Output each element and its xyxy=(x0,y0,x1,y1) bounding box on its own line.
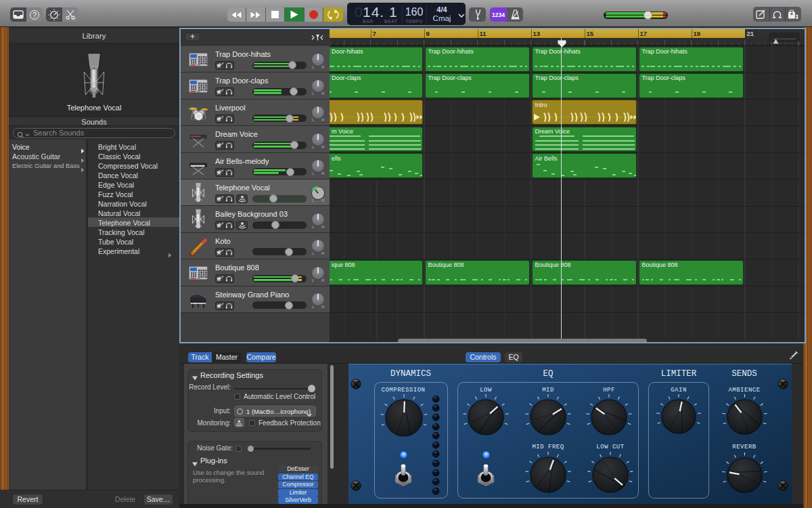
svg-text:L: L xyxy=(312,304,315,309)
svg-text:L: L xyxy=(312,117,315,122)
svg-text:L: L xyxy=(312,224,315,229)
svg-text:L: L xyxy=(312,171,315,175)
svg-text:L: L xyxy=(312,278,315,282)
svg-text:L: L xyxy=(312,198,315,203)
svg-text:L: L xyxy=(312,91,315,96)
svg-text:R: R xyxy=(321,117,325,122)
svg-text:R: R xyxy=(321,278,325,282)
svg-text:R: R xyxy=(321,171,325,175)
svg-text:L: L xyxy=(312,251,315,255)
svg-text:R: R xyxy=(321,198,325,203)
svg-text:R: R xyxy=(321,251,325,255)
svg-text:R: R xyxy=(321,144,325,149)
svg-text:R: R xyxy=(321,64,325,69)
svg-text:L: L xyxy=(312,64,315,69)
svg-text:L: L xyxy=(312,144,315,149)
svg-text:R: R xyxy=(321,224,325,229)
svg-text:R: R xyxy=(321,304,325,309)
svg-text:R: R xyxy=(321,91,325,96)
